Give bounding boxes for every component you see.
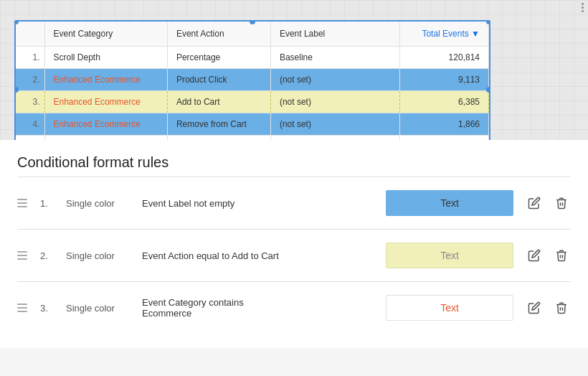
cell-total: 1,866	[400, 113, 489, 136]
cell-label: (not set)	[270, 69, 399, 91]
cell-category: Enhanced Ecommerce	[44, 69, 167, 91]
row-num: 5.	[16, 136, 44, 141]
cell-label: Baseline	[270, 47, 399, 69]
cell-total: 6,385	[400, 91, 489, 113]
table-row: 5. Enhanced Ecommerce Quick Click... Add…	[16, 136, 489, 141]
rule-row-1: 1. Single color Event Label not empty Te…	[17, 177, 571, 230]
rule-type-3: Single color	[66, 303, 131, 314]
cell-action: Add to Cart	[167, 91, 270, 113]
data-table-wrapper: Event Category Event Action Event Label …	[14, 20, 490, 140]
table-options-icon[interactable]	[582, 3, 584, 12]
delete-rule-2-button[interactable]	[552, 246, 571, 265]
cell-total: 1,200	[400, 136, 489, 141]
rule-number-1: 1.	[40, 198, 54, 209]
cell-label: Added Text... Up... Bla...	[270, 136, 399, 141]
cell-category: Enhanced Ecommerce	[44, 91, 167, 113]
table-row: 1. Scroll Depth Percentage Baseline 120,…	[16, 47, 489, 69]
row-num: 1.	[16, 47, 44, 69]
row-num: 2.	[16, 69, 44, 91]
drag-handle-1[interactable]	[17, 199, 29, 207]
rule-actions-3	[525, 299, 571, 317]
col-header-event-label: Event Label	[270, 22, 399, 47]
col-header-event-action: Event Action	[167, 22, 270, 47]
cell-total: 120,814	[400, 47, 489, 69]
rule-actions-1	[525, 194, 571, 212]
rule-actions-2	[525, 246, 571, 265]
edit-rule-3-button[interactable]	[525, 299, 544, 317]
table-row: 3. Enhanced Ecommerce Add to Cart (not s…	[16, 91, 489, 113]
cell-action: Percentage	[167, 47, 270, 69]
table-row: 4. Enhanced Ecommerce Remove from Cart (…	[16, 113, 489, 136]
delete-rule-1-button[interactable]	[552, 194, 571, 212]
col-header-num	[16, 22, 44, 47]
resize-handle-rm[interactable]	[486, 87, 490, 93]
conditional-format-panel: Conditional format rules 1. Single color…	[0, 140, 588, 348]
table-preview-section: Event Category Event Action Event Label …	[0, 0, 588, 140]
drag-handle-3[interactable]	[17, 304, 29, 312]
rule-condition-1: Event Label not empty	[142, 198, 374, 209]
cell-label: (not set)	[270, 91, 399, 113]
resize-handle-tr[interactable]	[486, 20, 490, 24]
cell-category: Scroll Depth	[44, 47, 167, 69]
panel-title: Conditional format rules	[17, 154, 571, 171]
cell-action: Product Click	[167, 69, 270, 91]
edit-rule-1-button[interactable]	[525, 194, 544, 212]
rule-preview-1: Text	[386, 190, 513, 216]
cell-label: (not set)	[270, 113, 399, 136]
rule-condition-2: Event Action equal to Add to Cart	[142, 250, 374, 261]
rule-number-2: 2.	[40, 250, 54, 261]
table-row: 2. Enhanced Ecommerce Product Click (not…	[16, 69, 489, 91]
col-header-event-category: Event Category	[44, 22, 167, 47]
row-num: 4.	[16, 113, 44, 136]
cell-category: Enhanced Ecommerce	[44, 136, 167, 141]
rule-preview-2: Text	[386, 243, 513, 268]
rule-row-2: 2. Single color Event Action equal to Ad…	[17, 230, 571, 282]
edit-rule-2-button[interactable]	[525, 246, 544, 265]
delete-rule-3-button[interactable]	[552, 299, 571, 317]
rule-number-3: 3.	[40, 303, 54, 314]
rule-type-2: Single color	[66, 250, 131, 261]
rule-type-1: Single color	[66, 198, 131, 209]
row-num: 3.	[16, 91, 44, 113]
rule-condition-3: Event Category contains Ecommerce	[142, 297, 374, 319]
cell-total: 9,113	[400, 69, 489, 91]
cell-category: Enhanced Ecommerce	[44, 113, 167, 136]
cell-action: Quick Click...	[167, 136, 270, 141]
col-header-total-events[interactable]: Total Events ▼	[400, 22, 489, 47]
cell-action: Remove from Cart	[167, 113, 270, 136]
drag-handle-2[interactable]	[17, 251, 29, 260]
rule-row-3: 3. Single color Event Category contains …	[17, 282, 571, 334]
rule-preview-3: Text	[386, 295, 513, 321]
data-table: Event Category Event Action Event Label …	[16, 22, 489, 140]
